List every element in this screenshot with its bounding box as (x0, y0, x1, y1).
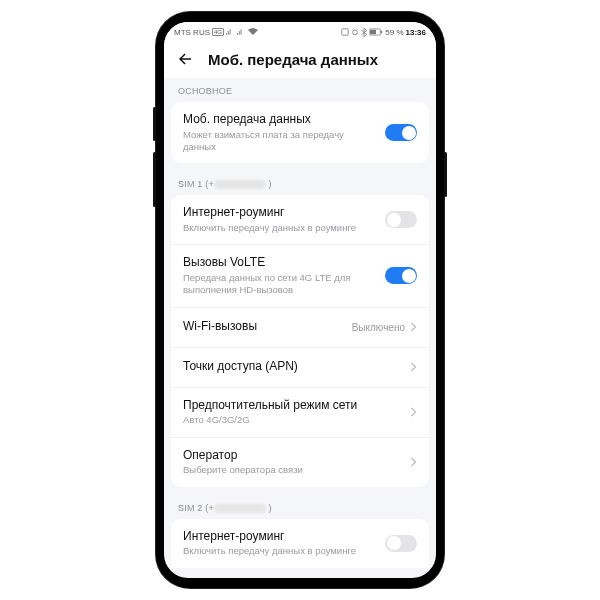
roaming-sub: Включить передачу данных в роуминге (183, 222, 377, 234)
roaming2-sub: Включить передачу данных в роуминге (183, 545, 377, 557)
battery-label: 59 % (385, 28, 403, 37)
roaming-toggle[interactable] (385, 211, 417, 228)
sim1-number-redacted (214, 180, 266, 189)
operator-title: Оператор (183, 448, 401, 464)
row-network-mode[interactable]: Предпочтительный режим сети Авто 4G/3G/2… (171, 387, 429, 437)
roaming2-title: Интернет-роуминг (183, 529, 377, 545)
alarm-icon (351, 28, 359, 36)
screen: MTS RUS 4G 59 % 13:36 Моб. передача данн… (164, 22, 436, 578)
roaming-title: Интернет-роуминг (183, 205, 377, 221)
network-mode-sub: Авто 4G/3G/2G (183, 414, 401, 426)
chevron-right-icon (409, 322, 417, 332)
row-volte[interactable]: Вызовы VoLTE Передача данных по сети 4G … (171, 244, 429, 306)
svg-rect-3 (381, 31, 382, 34)
mobile-data-title: Моб. передача данных (183, 112, 377, 128)
chevron-right-icon (409, 457, 417, 467)
signal-icon (237, 28, 246, 36)
card-basic: Моб. передача данных Может взиматься пла… (171, 102, 429, 163)
card-sim2: Интернет-роуминг Включить передачу данны… (171, 519, 429, 568)
app-bar: Моб. передача данных (164, 42, 436, 78)
page-title: Моб. передача данных (208, 51, 378, 68)
volume-button (153, 152, 156, 207)
sim2-prefix: SIM 2 (+ (178, 503, 214, 513)
wifi-calling-value: Выключено (352, 322, 405, 333)
sim2-number-redacted (214, 504, 266, 513)
svg-rect-4 (370, 30, 376, 34)
group-label-basic: ОСНОВНОЕ (164, 78, 436, 102)
mobile-data-toggle[interactable] (385, 124, 417, 141)
apn-title: Точки доступа (APN) (183, 359, 401, 375)
wifi-calling-title: Wi-Fi-вызовы (183, 319, 344, 335)
row-roaming-sim2[interactable]: Интернет-роуминг Включить передачу данны… (171, 519, 429, 568)
settings-scroll[interactable]: ОСНОВНОЕ Моб. передача данных Может взим… (164, 78, 436, 578)
carrier-label: MTS RUS (174, 28, 210, 37)
volte-toggle[interactable] (385, 267, 417, 284)
row-roaming[interactable]: Интернет-роуминг Включить передачу данны… (171, 195, 429, 244)
row-wifi-calling[interactable]: Wi-Fi-вызовы Выключено (171, 307, 429, 347)
row-operator[interactable]: Оператор Выберите оператора связи (171, 437, 429, 487)
network-mode-title: Предпочтительный режим сети (183, 398, 401, 414)
chevron-right-icon (409, 407, 417, 417)
sim1-prefix: SIM 1 (+ (178, 179, 214, 189)
row-mobile-data[interactable]: Моб. передача данных Может взиматься пла… (171, 102, 429, 163)
mobile-data-sub: Может взиматься плата за передачу данных (183, 129, 377, 154)
bluetooth-icon (361, 28, 367, 37)
battery-icon (369, 28, 383, 36)
notch (250, 22, 350, 36)
bixby-button (153, 107, 156, 141)
card-sim1: Интернет-роуминг Включить передачу данны… (171, 195, 429, 486)
volte-sub: Передача данных по сети 4G LTE для выпол… (183, 272, 377, 297)
phone-frame: MTS RUS 4G 59 % 13:36 Моб. передача данн… (156, 12, 444, 588)
group-label-sim2: SIM 2 (+ ) (164, 495, 436, 519)
chevron-right-icon (409, 362, 417, 372)
power-button (444, 152, 447, 197)
clock: 13:36 (406, 28, 426, 37)
roaming2-toggle[interactable] (385, 535, 417, 552)
net-badge: 4G (212, 28, 224, 36)
operator-sub: Выберите оператора связи (183, 464, 401, 476)
svg-point-1 (353, 30, 358, 35)
back-icon[interactable] (176, 50, 194, 68)
group-label-sim1: SIM 1 (+ ) (164, 171, 436, 195)
row-apn[interactable]: Точки доступа (APN) (171, 347, 429, 387)
volte-title: Вызовы VoLTE (183, 255, 377, 271)
signal-icon (226, 28, 235, 36)
